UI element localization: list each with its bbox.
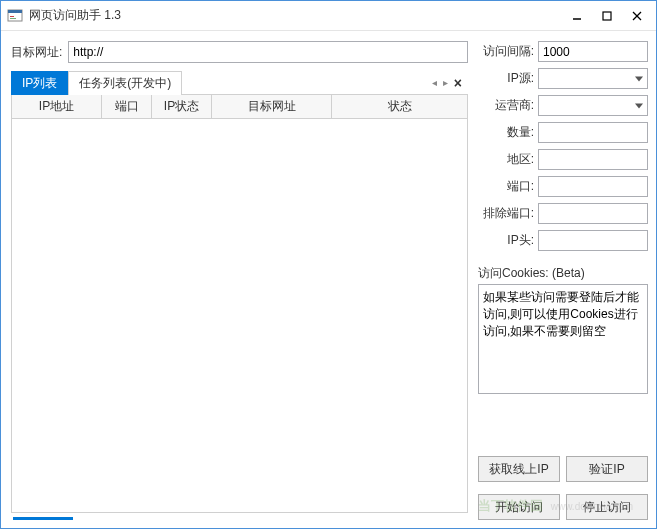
col-port[interactable]: 端口: [102, 95, 152, 118]
tab-ip-list[interactable]: IP列表: [11, 71, 68, 95]
ip-source-label: IP源:: [478, 70, 534, 87]
interval-input[interactable]: [538, 41, 648, 62]
table-body[interactable]: [11, 119, 468, 513]
port-label: 端口:: [478, 178, 534, 195]
svg-rect-1: [8, 10, 22, 13]
close-button[interactable]: [622, 5, 652, 27]
verify-ip-button[interactable]: 验证IP: [566, 456, 648, 482]
interval-label: 访问间隔:: [478, 43, 534, 60]
tab-task-list[interactable]: 任务列表(开发中): [68, 71, 182, 95]
content-area: 目标网址: IP列表 任务列表(开发中) ◂ ▸ × IP地址 端口 IP状态 …: [1, 31, 656, 528]
target-url-label: 目标网址:: [11, 44, 62, 61]
svg-rect-3: [10, 18, 16, 19]
ip-head-label: IP头:: [478, 232, 534, 249]
window-title: 网页访问助手 1.3: [29, 7, 562, 24]
minimize-button[interactable]: [562, 5, 592, 27]
right-panel: 访问间隔: IP源: 运营商: 数量: 地区: 端口:: [478, 41, 648, 520]
ip-head-input[interactable]: [538, 230, 648, 251]
target-url-input[interactable]: [68, 41, 468, 63]
count-label: 数量:: [478, 124, 534, 141]
port-input[interactable]: [538, 176, 648, 197]
fetch-ip-button[interactable]: 获取线上IP: [478, 456, 560, 482]
region-input[interactable]: [538, 149, 648, 170]
tabstrip: IP列表 任务列表(开发中) ◂ ▸ ×: [11, 71, 468, 95]
left-panel: 目标网址: IP列表 任务列表(开发中) ◂ ▸ × IP地址 端口 IP状态 …: [11, 41, 468, 520]
window-controls: [562, 5, 652, 27]
app-window: 网页访问助手 1.3 目标网址: IP列表 任务列表(开发中) ◂ ▸ ×: [0, 0, 657, 529]
exclude-port-input[interactable]: [538, 203, 648, 224]
tab-next-icon[interactable]: ▸: [443, 77, 448, 88]
col-ip-status[interactable]: IP状态: [152, 95, 212, 118]
titlebar: 网页访问助手 1.3: [1, 1, 656, 31]
table-header: IP地址 端口 IP状态 目标网址 状态: [11, 95, 468, 119]
region-label: 地区:: [478, 151, 534, 168]
tab-close-icon[interactable]: ×: [454, 75, 462, 91]
col-status[interactable]: 状态: [332, 95, 467, 118]
app-icon: [7, 8, 23, 24]
col-target[interactable]: 目标网址: [212, 95, 332, 118]
isp-select[interactable]: [538, 95, 648, 116]
svg-rect-5: [603, 12, 611, 20]
col-ip[interactable]: IP地址: [12, 95, 102, 118]
progress-bar: [13, 517, 73, 520]
count-input[interactable]: [538, 122, 648, 143]
cookies-label: 访问Cookies: (Beta): [478, 265, 648, 282]
isp-label: 运营商:: [478, 97, 534, 114]
cookies-textarea[interactable]: [478, 284, 648, 394]
tab-prev-icon[interactable]: ◂: [432, 77, 437, 88]
svg-rect-2: [10, 16, 14, 17]
start-button[interactable]: 开始访问: [478, 494, 560, 520]
ip-source-select[interactable]: [538, 68, 648, 89]
exclude-port-label: 排除端口:: [478, 205, 534, 222]
stop-button[interactable]: 停止访问: [566, 494, 648, 520]
maximize-button[interactable]: [592, 5, 622, 27]
